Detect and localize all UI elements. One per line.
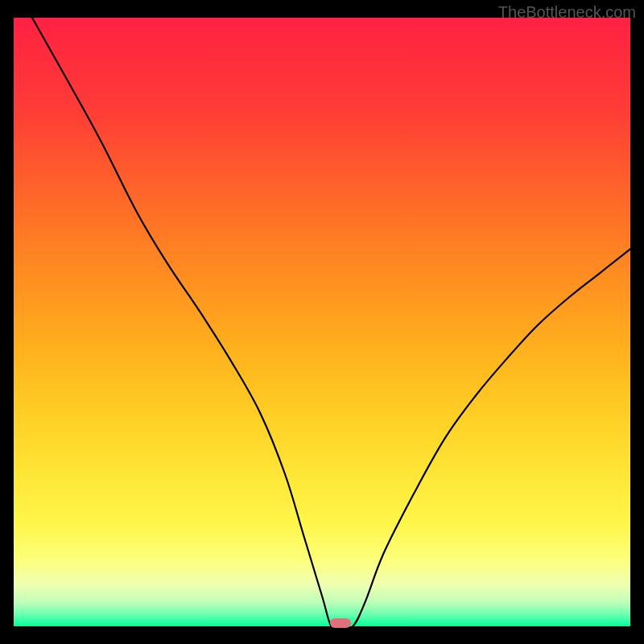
bottleneck-curve bbox=[14, 18, 630, 626]
attribution-label: TheBottleneck.com bbox=[498, 3, 636, 22]
optimal-marker bbox=[330, 618, 351, 628]
chart-plot-area bbox=[14, 18, 630, 626]
